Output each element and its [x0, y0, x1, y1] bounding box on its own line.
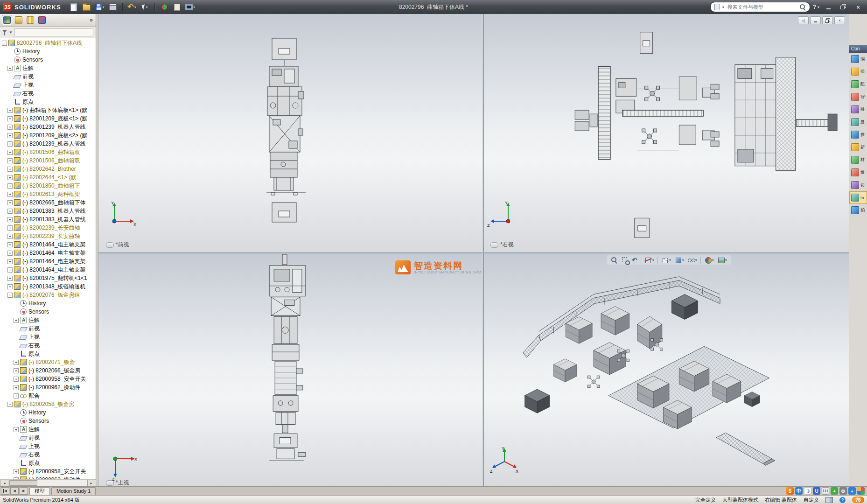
- options-dropdown-icon[interactable]: ▾: [193, 5, 195, 9]
- previous-view-button[interactable]: ↶: [632, 256, 637, 264]
- rebuild-button[interactable]: [158, 1, 170, 13]
- viewport-isometric[interactable]: Y X Z: [484, 253, 849, 486]
- ime-icon[interactable]: ☽: [804, 487, 811, 495]
- tree-item[interactable]: + (-) 82001506_曲轴箱双: [0, 156, 96, 165]
- tree-item[interactable]: + (-) 82002066_钣金房: [0, 366, 96, 375]
- viewport-splitter-horizontal[interactable]: [98, 252, 849, 253]
- hide-show-items-button[interactable]: ▾: [687, 256, 697, 264]
- tree-item[interactable]: + (-) 82001209_底板<1> (默: [0, 114, 96, 123]
- task-pane-item[interactable]: 新: [849, 141, 867, 154]
- search-icon[interactable]: [799, 4, 806, 10]
- task-pane-header[interactable]: Con: [849, 45, 867, 53]
- tree-item[interactable]: 原点: [0, 350, 96, 358]
- document-minimize-button[interactable]: [810, 16, 821, 24]
- ime-icon[interactable]: ▲: [848, 487, 856, 495]
- tree-item[interactable]: 原点: [0, 98, 96, 106]
- options-button[interactable]: ▾: [184, 1, 196, 13]
- ime-icon[interactable]: ⚙: [839, 487, 847, 495]
- close-button[interactable]: ×: [852, 3, 864, 11]
- tree-item[interactable]: + 注解: [0, 316, 96, 324]
- tree-item[interactable]: 前视: [0, 434, 96, 442]
- view-tab[interactable]: 模型: [29, 487, 50, 495]
- tab-property-manager[interactable]: [14, 15, 24, 25]
- tree-expand-toggle[interactable]: +: [7, 125, 13, 130]
- quick-tips-icon[interactable]: ?: [839, 497, 846, 503]
- customize-menu[interactable]: 自定义: [804, 497, 819, 504]
- tree-expand-toggle[interactable]: +: [14, 427, 19, 432]
- help-button[interactable]: ?▾: [813, 4, 819, 10]
- tree-item[interactable]: 右视: [0, 89, 96, 98]
- tree-item[interactable]: + (-) 82001464_电主轴支架: [0, 266, 96, 274]
- tree-item[interactable]: - (-) 82002076_钣金房组: [0, 291, 96, 299]
- file-properties-button[interactable]: [171, 1, 183, 13]
- panel-overflow-button[interactable]: »: [90, 17, 94, 23]
- viewport-right[interactable]: Y Z *右视: [484, 14, 849, 252]
- tree-item[interactable]: History: [0, 299, 96, 308]
- tree-item[interactable]: + (-) 82000962_操动件: [0, 476, 96, 479]
- tree-expand-toggle[interactable]: +: [14, 377, 19, 382]
- tree-item[interactable]: + (-) 82001239_机器人管线: [0, 140, 96, 148]
- print-button[interactable]: [107, 1, 119, 13]
- task-pane-item[interactable]: 材: [849, 154, 867, 166]
- scrollbar-thumb[interactable]: [9, 480, 37, 486]
- tab-scroll-first-button[interactable]: ◀: [1, 487, 9, 495]
- previous-window-button[interactable]: ◁: [798, 16, 809, 24]
- viewport-front[interactable]: Y X *前视: [98, 14, 482, 252]
- tree-item[interactable]: + (-) 82002239_长安曲轴: [0, 224, 96, 232]
- tree-expand-toggle[interactable]: +: [7, 66, 13, 71]
- tree-horizontal-scrollbar[interactable]: ◄ ►: [0, 479, 96, 486]
- tree-item[interactable]: 原点: [0, 459, 96, 467]
- edit-appearance-button[interactable]: ▾: [704, 256, 714, 264]
- task-pane-item[interactable]: 配: [849, 78, 867, 91]
- zoom-fit-button[interactable]: [610, 256, 618, 264]
- tree-item[interactable]: 右视: [0, 341, 96, 350]
- tree-expand-toggle[interactable]: +: [7, 217, 13, 222]
- tree-expand-toggle[interactable]: +: [14, 368, 19, 373]
- tree-item[interactable]: + (-) 82002071_钣金: [0, 358, 96, 366]
- tree-item[interactable]: + (-) 82002613_两种框架: [0, 190, 96, 198]
- tab-scroll-next-button[interactable]: ▶: [20, 487, 28, 495]
- tree-item[interactable]: + (-) 82001239_机器人管线: [0, 123, 96, 131]
- tree-expand-toggle[interactable]: +: [7, 259, 13, 264]
- save-dropdown-icon[interactable]: ▾: [103, 5, 105, 9]
- tree-expand-toggle[interactable]: -: [2, 41, 7, 46]
- undo-dropdown-icon[interactable]: ▾: [134, 5, 136, 9]
- document-close-button[interactable]: ×: [834, 16, 845, 24]
- tab-scroll-prev-button[interactable]: ◀: [10, 487, 19, 495]
- tree-expand-toggle[interactable]: +: [7, 242, 13, 247]
- tree-expand-toggle[interactable]: +: [14, 385, 19, 390]
- tree-expand-toggle[interactable]: +: [7, 251, 13, 256]
- tree-expand-toggle[interactable]: +: [14, 469, 19, 474]
- task-pane-item[interactable]: 爆: [849, 166, 867, 179]
- tree-item[interactable]: + 注解: [0, 64, 96, 72]
- display-pane-icon[interactable]: [825, 497, 833, 503]
- ime-icon[interactable]: S: [786, 487, 794, 495]
- task-pane-item[interactable]: 编: [849, 53, 867, 65]
- tree-item[interactable]: + (-) 82001348_板链输送机: [0, 282, 96, 291]
- tree-item[interactable]: + (-) 82002642_Brother: [0, 165, 96, 173]
- task-pane-item[interactable]: 移: [849, 103, 867, 116]
- tree-item[interactable]: + (-) 82001209_底板<2> (默: [0, 131, 96, 140]
- section-view-button[interactable]: ▾: [644, 256, 654, 264]
- tree-expand-toggle[interactable]: +: [7, 276, 13, 281]
- tree-expand-toggle[interactable]: +: [7, 108, 13, 113]
- tree-expand-toggle[interactable]: +: [7, 267, 13, 273]
- zoom-area-button[interactable]: [621, 256, 629, 264]
- tree-item[interactable]: + 注解: [0, 425, 96, 434]
- ime-icon[interactable]: [822, 487, 829, 495]
- scroll-right-button[interactable]: ►: [87, 480, 95, 486]
- task-pane-item[interactable]: 显: [849, 116, 867, 128]
- task-pane-item[interactable]: 参: [849, 128, 867, 141]
- tree-item[interactable]: + (-) 82001850_曲轴箱下: [0, 182, 96, 190]
- task-pane-item[interactable]: 插: [849, 65, 867, 78]
- view-orientation-button[interactable]: ▾: [661, 256, 671, 264]
- select-button[interactable]: ▾: [139, 1, 151, 13]
- tree-item[interactable]: Sensors: [0, 308, 96, 316]
- tree-item[interactable]: + (-) 82001464_电主轴支架: [0, 257, 96, 266]
- tree-expand-toggle[interactable]: +: [14, 393, 19, 399]
- tree-item[interactable]: + (-) 82000958_安全开关: [0, 467, 96, 476]
- tree-expand-toggle[interactable]: +: [7, 209, 13, 214]
- task-pane-item[interactable]: In: [849, 191, 867, 204]
- tree-item[interactable]: + 配合: [0, 392, 96, 400]
- tree-expand-toggle[interactable]: +: [7, 133, 13, 138]
